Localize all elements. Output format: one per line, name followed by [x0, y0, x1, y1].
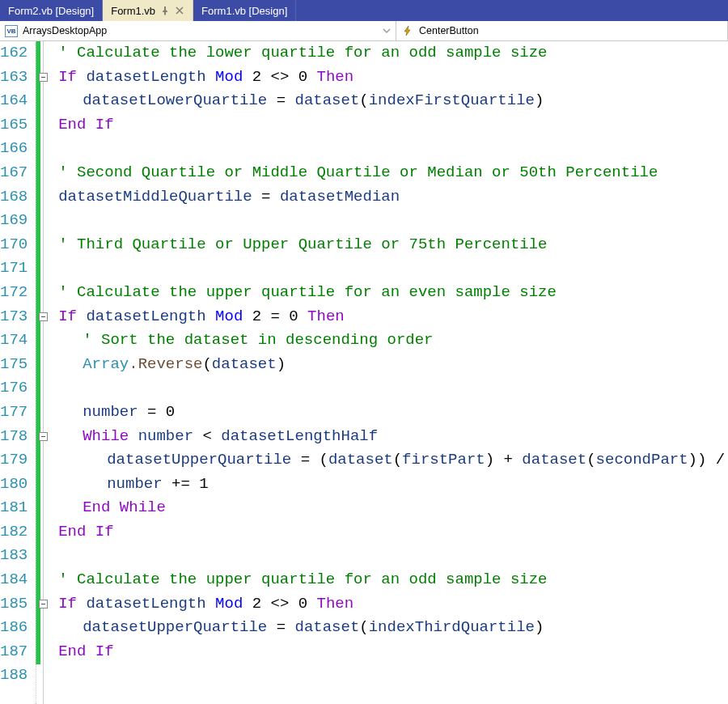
line-number: 166 [0, 137, 28, 161]
code-line[interactable]: Array.Reverse(dataset) [36, 353, 728, 377]
line-number: 173 [0, 305, 28, 329]
line-number: 186 [0, 616, 28, 640]
line-number: 167 [0, 161, 28, 185]
member-label: CenterButton [419, 25, 479, 36]
code-line[interactable]: datasetLowerQuartile = dataset(indexFirs… [36, 89, 728, 113]
code-line[interactable]: number += 1 [36, 473, 728, 497]
code-line[interactable]: datasetUpperQuartile = (dataset(firstPar… [36, 448, 728, 473]
line-number: 174 [0, 329, 28, 353]
code-line[interactable] [36, 664, 728, 688]
code-line[interactable]: number = 0 [36, 401, 728, 425]
code-line[interactable] [36, 209, 728, 233]
code-line[interactable] [36, 137, 728, 161]
line-number: 171 [0, 257, 28, 281]
code-line[interactable] [36, 376, 728, 401]
line-number-gutter: 1621631641651661671681691701711721731741… [0, 41, 36, 704]
tab-form1-design[interactable]: Form1.vb [Design] [193, 0, 296, 21]
member-dropdown[interactable]: CenterButton [396, 21, 728, 40]
line-number: 172 [0, 281, 28, 305]
line-number: 177 [0, 401, 28, 425]
code-line[interactable]: ' Calculate the lower quartile for an od… [36, 41, 728, 66]
code-line[interactable]: End If [36, 113, 728, 138]
code-area[interactable]: ' Calculate the lower quartile for an od… [36, 41, 728, 704]
code-line[interactable] [36, 257, 728, 281]
code-line[interactable]: End If [36, 520, 728, 545]
line-number: 175 [0, 353, 28, 377]
code-line[interactable]: ' Second Quartile or Middle Quartile or … [36, 161, 728, 185]
vb-project-icon: VB [5, 24, 18, 37]
line-number: 187 [0, 640, 28, 664]
code-line[interactable]: datasetMiddleQuartile = datasetMedian [36, 185, 728, 210]
line-number: 182 [0, 520, 28, 545]
code-line[interactable]: End While [36, 496, 728, 520]
event-icon [401, 24, 414, 37]
code-line[interactable]: ' Calculate the upper quartile for an od… [36, 568, 728, 592]
code-line[interactable]: datasetUpperQuartile = dataset(indexThir… [36, 616, 728, 640]
line-number: 165 [0, 113, 28, 138]
line-number: 169 [0, 209, 28, 233]
code-line[interactable]: If datasetLength Mod 2 = 0 Then [36, 305, 728, 329]
scope-label: ArraysDesktopApp [23, 25, 107, 36]
line-number: 170 [0, 233, 28, 257]
line-number: 168 [0, 185, 28, 210]
tab-label: Form1.vb [111, 5, 155, 17]
tab-label: Form2.vb [Design] [8, 5, 94, 17]
code-line[interactable]: ' Third Quartile or Upper Quartile or 75… [36, 233, 728, 257]
pin-icon[interactable] [160, 6, 170, 15]
chevron-down-icon [383, 27, 391, 35]
line-number: 176 [0, 376, 28, 401]
tab-label: Form1.vb [Design] [201, 5, 287, 17]
code-line[interactable]: End If [36, 640, 728, 664]
document-tab-strip: Form2.vb [Design] Form1.vb Form1.vb [Des… [0, 0, 728, 21]
tab-form1-code[interactable]: Form1.vb [103, 0, 193, 21]
line-number: 183 [0, 544, 28, 568]
tab-form2-design[interactable]: Form2.vb [Design] [0, 0, 103, 21]
code-line[interactable]: ' Sort the dataset in descending order [36, 329, 728, 353]
navigation-bar: VB ArraysDesktopApp CenterButton [0, 21, 728, 41]
line-number: 163 [0, 66, 28, 90]
line-number: 162 [0, 41, 28, 66]
code-line[interactable]: ' Calculate the upper quartile for an ev… [36, 281, 728, 305]
line-number: 179 [0, 448, 28, 473]
code-line[interactable]: While number < datasetLengthHalf [36, 425, 728, 449]
code-line[interactable]: If datasetLength Mod 2 <> 0 Then [36, 592, 728, 617]
code-line[interactable]: If datasetLength Mod 2 <> 0 Then [36, 66, 728, 90]
code-editor[interactable]: 1621631641651661671681691701711721731741… [0, 41, 728, 704]
line-number: 188 [0, 664, 28, 688]
close-icon[interactable] [175, 6, 184, 15]
line-number: 180 [0, 473, 28, 497]
line-number: 185 [0, 592, 28, 617]
scope-dropdown[interactable]: VB ArraysDesktopApp [0, 21, 396, 40]
line-number: 181 [0, 496, 28, 520]
line-number: 184 [0, 568, 28, 592]
line-number: 164 [0, 89, 28, 113]
line-number: 178 [0, 425, 28, 449]
code-line[interactable] [36, 544, 728, 568]
